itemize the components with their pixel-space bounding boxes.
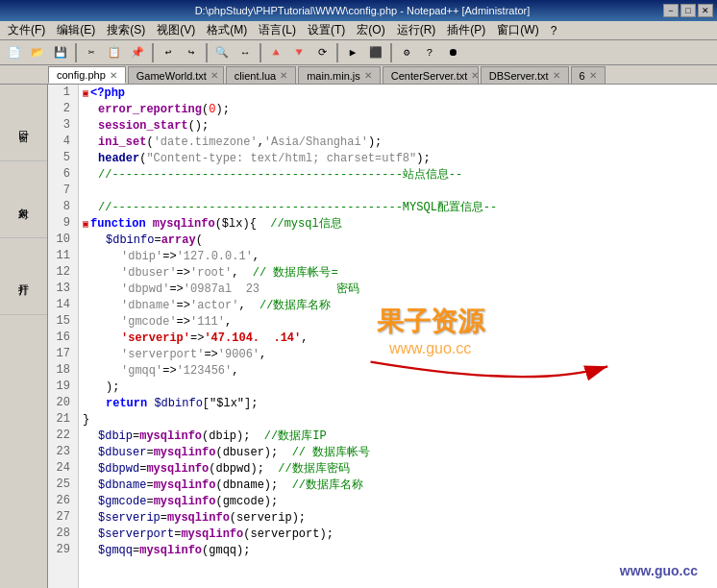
code-line-24: $dbpwd = mysqlinfo (dbpwd); //数据库密码 [83,460,713,477]
code-line-3: session_start(); [83,117,713,134]
comment-9: //mysql信息 [270,215,341,232]
str-serverport-val: '9006' [218,348,260,361]
tab-client-lua[interactable]: client.lua ✕ [226,66,296,84]
tab-config-php[interactable]: config.php ✕ [48,66,126,84]
code-area[interactable]: 果子资源 www.guo.cc ▣ <?php [79,85,717,588]
save-button[interactable]: 💾 [50,42,71,63]
line-num-26: 26 [52,493,74,509]
keyword-php: <?php [90,86,125,100]
code-line-1: ▣ <?php [83,85,713,101]
line-num-15: 15 [52,313,74,330]
menu-macro[interactable]: 宏(O) [351,20,390,40]
line-num-11: 11 [52,248,74,264]
main-layout: 窗口 对象 打开 1 2 3 4 5 6 7 8 9 10 11 12 13 1… [0,85,717,588]
menu-file[interactable]: 文件(F) [2,20,51,40]
menu-view[interactable]: 视图(V) [151,20,201,40]
paste-button[interactable]: 📌 [127,42,148,63]
line-num-10: 10 [52,232,74,248]
record-button[interactable]: ⏺ [442,42,463,63]
code-line-2: error_reporting(0); [83,101,713,117]
tab-label: main.min.js [307,70,360,82]
menu-plugin[interactable]: 插件(P) [441,20,491,40]
tab-label: client.lua [235,70,276,82]
help-button[interactable]: ? [419,42,440,63]
code-line-4: ini_set('date.timezone','Asia/Shanghai')… [83,134,713,150]
tab-close-icon[interactable]: ✕ [553,70,560,81]
tab-6[interactable]: 6 ✕ [571,66,606,84]
copy-button[interactable]: 📋 [104,42,125,63]
str-dbip-val: '127.0.0.1' [177,250,253,263]
line-num-14: 14 [52,297,74,313]
line-num-7: 7 [52,183,74,199]
open-button[interactable]: 📂 [27,42,48,63]
str-dbuser-key: 'dbuser' [121,266,177,280]
code-line-20: return $dbinfo ["$lx"]; [83,395,713,411]
var-dbname: $dbname [98,478,146,492]
tab-close-icon[interactable]: ✕ [110,70,117,81]
var-dbuser: $dbuser [98,446,146,459]
close-button[interactable]: ✕ [698,4,713,17]
collapse-icon-1[interactable]: ▣ [83,87,88,99]
code-line-6: //--------------------------------------… [83,166,713,183]
editor-content: 1 2 3 4 5 6 7 8 9 10 11 12 13 14 15 16 1… [48,85,717,588]
line-num-23: 23 [52,444,74,460]
menu-run[interactable]: 运行(R) [391,20,442,40]
line-num-6: 6 [52,166,74,183]
code-line-11: 'dbip' => '127.0.0.1' , [83,248,713,264]
tab-label: 6 [580,70,585,82]
sync-button[interactable]: ⟳ [311,42,333,63]
maximize-button[interactable]: □ [680,4,696,17]
fn-ini-set: ini_set [98,135,146,149]
menu-format[interactable]: 格式(M) [201,20,253,40]
line-num-29: 29 [52,542,74,558]
line-num-28: 28 [52,526,74,542]
tab-main-min-js[interactable]: main.min.js ✕ [298,66,381,84]
code-line-19: ); [83,379,713,395]
find-button[interactable]: 🔍 [211,42,233,63]
str-gmqq-val: '123456' [177,364,233,378]
tab-close-icon[interactable]: ✕ [589,70,597,81]
menu-help[interactable]: ? [545,22,563,39]
window-controls[interactable]: − □ ✕ [663,4,713,17]
line-num-18: 18 [52,362,74,379]
replace-button[interactable]: ↔ [235,42,256,63]
minimize-button[interactable]: − [663,4,679,17]
line-num-5: 5 [52,150,74,166]
tab-close-icon[interactable]: ✕ [280,70,287,81]
zoom-in-button[interactable]: 🔺 [265,42,286,63]
menu-search[interactable]: 搜索(S) [101,20,151,40]
str-gmcode-key: 'gmcode' [121,315,177,329]
undo-button[interactable]: ↩ [158,42,179,63]
run-button[interactable]: ▶ [342,42,363,63]
cut-button[interactable]: ✂ [81,42,102,63]
str-serverip-val: '47.104. .14' [204,331,301,345]
tab-centerserver[interactable]: CenterServer.txt ✕ [383,66,479,84]
tab-close-icon[interactable]: ✕ [364,70,372,81]
menu-language[interactable]: 语言(L) [253,20,302,40]
collapse-icon-9[interactable]: ▣ [83,218,88,230]
zoom-out-button[interactable]: 🔻 [288,42,309,63]
new-button[interactable]: 📄 [4,42,25,63]
tab-dbserver[interactable]: DBServer.txt ✕ [481,66,569,84]
tab-close-icon[interactable]: ✕ [210,70,218,81]
code-line-26: $gmcode = mysqlinfo (gmcode); [83,493,713,509]
menu-edit[interactable]: 编辑(E) [51,20,101,40]
code-line-18: 'gmqq' => '123456' , [83,362,713,379]
str-serverport-key: 'serverport' [121,348,204,361]
stop-button[interactable]: ⬛ [365,42,386,63]
var-dbinfo-2: $dbinfo [154,397,202,410]
code-line-8: //--------------------------------------… [83,199,713,215]
tab-gameworld[interactable]: GameWorld.txt ✕ [128,66,224,84]
sidebar-item-object[interactable]: 对象 [0,161,47,238]
tab-close-icon[interactable]: ✕ [471,70,479,81]
settings-button[interactable]: ⚙ [396,42,417,63]
menu-window[interactable]: 窗口(W) [491,20,544,40]
redo-button[interactable]: ↪ [181,42,202,63]
toolbar-sep-6 [390,43,392,62]
sidebar-item-open[interactable]: 打开 [0,238,47,315]
comment-12: // 数据库帐号= [253,264,338,281]
menu-settings[interactable]: 设置(T) [302,20,351,40]
toolbar-sep-2 [152,43,154,62]
line-num-9: 9 [52,215,74,232]
sidebar-item-window[interactable]: 窗口 [0,85,47,161]
